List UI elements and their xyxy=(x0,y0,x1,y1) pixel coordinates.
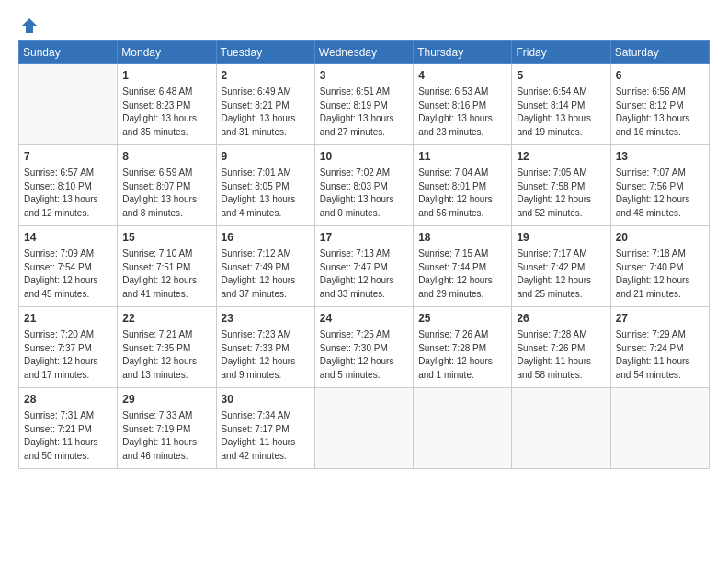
calendar-cell: 2Sunrise: 6:49 AMSunset: 8:21 PMDaylight… xyxy=(216,64,314,145)
cell-line: Sunset: 7:35 PM xyxy=(122,342,210,356)
cell-line: Sunrise: 6:53 AM xyxy=(418,86,506,99)
calendar-cell: 25Sunrise: 7:26 AMSunset: 7:28 PMDayligh… xyxy=(414,307,512,388)
day-number: 24 xyxy=(320,311,408,327)
calendar-cell xyxy=(414,388,512,469)
day-number: 12 xyxy=(517,149,605,165)
cell-line: Daylight: 12 hours xyxy=(24,355,112,369)
cell-line: Daylight: 11 hours xyxy=(122,436,210,450)
cell-line: Daylight: 13 hours xyxy=(222,112,310,126)
cell-line: Sunrise: 7:05 AM xyxy=(517,167,605,180)
cell-line: Sunrise: 6:54 AM xyxy=(517,86,605,99)
cell-line: and 52 minutes. xyxy=(517,207,605,221)
cell-line: Daylight: 13 hours xyxy=(418,112,506,126)
calendar-cell: 24Sunrise: 7:25 AMSunset: 7:30 PMDayligh… xyxy=(314,307,413,388)
cell-line: Daylight: 12 hours xyxy=(517,193,605,207)
cell-line: and 58 minutes. xyxy=(517,369,605,383)
day-number: 6 xyxy=(616,68,704,84)
cell-line: Sunrise: 7:04 AM xyxy=(418,167,506,180)
calendar-cell: 13Sunrise: 7:07 AMSunset: 7:56 PMDayligh… xyxy=(610,145,709,226)
cell-line: Sunrise: 7:29 AM xyxy=(616,328,704,342)
col-thursday: Thursday xyxy=(414,41,512,64)
cell-line: Daylight: 13 hours xyxy=(320,112,408,126)
day-number: 2 xyxy=(222,68,310,84)
calendar-cell: 4Sunrise: 6:53 AMSunset: 8:16 PMDaylight… xyxy=(414,64,512,145)
calendar-cell: 8Sunrise: 6:59 AMSunset: 8:07 PMDaylight… xyxy=(118,145,216,226)
svg-marker-0 xyxy=(22,18,37,33)
calendar-cell: 9Sunrise: 7:01 AMSunset: 8:05 PMDaylight… xyxy=(216,145,314,226)
cell-line: Daylight: 12 hours xyxy=(122,274,210,288)
day-number: 26 xyxy=(517,311,605,327)
calendar-cell: 26Sunrise: 7:28 AMSunset: 7:26 PMDayligh… xyxy=(512,307,610,388)
col-wednesday: Wednesday xyxy=(314,41,413,64)
day-number: 17 xyxy=(320,230,408,246)
cell-line: and 27 minutes. xyxy=(320,126,408,140)
cell-line: Sunset: 8:12 PM xyxy=(616,99,704,113)
cell-line: Daylight: 13 hours xyxy=(24,193,112,207)
day-number: 28 xyxy=(24,392,112,408)
cell-line: and 37 minutes. xyxy=(222,288,310,302)
cell-line: Sunrise: 7:10 AM xyxy=(122,247,210,261)
cell-line: and 1 minute. xyxy=(418,369,506,383)
cell-line: Daylight: 12 hours xyxy=(517,274,605,288)
cell-line: Sunset: 8:07 PM xyxy=(122,180,210,194)
day-number: 1 xyxy=(122,68,210,84)
cell-line: Sunrise: 7:21 AM xyxy=(122,328,210,342)
calendar-cell: 21Sunrise: 7:20 AMSunset: 7:37 PMDayligh… xyxy=(19,307,118,388)
day-number: 21 xyxy=(24,311,112,327)
cell-line: Daylight: 12 hours xyxy=(616,274,704,288)
week-row-2: 7Sunrise: 6:57 AMSunset: 8:10 PMDaylight… xyxy=(19,145,710,226)
cell-line: Sunset: 8:03 PM xyxy=(320,180,408,194)
calendar-header: Sunday Monday Tuesday Wednesday Thursday… xyxy=(19,41,710,64)
calendar-table: Sunday Monday Tuesday Wednesday Thursday… xyxy=(18,40,710,469)
cell-line: Sunset: 7:37 PM xyxy=(24,342,112,356)
cell-line: Sunrise: 6:59 AM xyxy=(122,167,210,180)
header-row: Sunday Monday Tuesday Wednesday Thursday… xyxy=(19,41,710,64)
cell-line: and 8 minutes. xyxy=(122,207,210,221)
cell-line: Daylight: 13 hours xyxy=(122,112,210,126)
day-number: 14 xyxy=(24,230,112,246)
cell-line: Daylight: 12 hours xyxy=(320,355,408,369)
cell-line: Sunset: 7:44 PM xyxy=(418,261,506,275)
cell-line: Daylight: 11 hours xyxy=(616,355,704,369)
cell-line: and 17 minutes. xyxy=(24,369,112,383)
col-friday: Friday xyxy=(512,41,610,64)
cell-line: Daylight: 12 hours xyxy=(616,193,704,207)
header xyxy=(18,17,710,31)
cell-line: Sunrise: 7:13 AM xyxy=(320,247,408,261)
cell-line: Daylight: 12 hours xyxy=(122,355,210,369)
cell-line: Sunset: 8:10 PM xyxy=(24,180,112,194)
calendar-cell: 22Sunrise: 7:21 AMSunset: 7:35 PMDayligh… xyxy=(118,307,216,388)
day-number: 27 xyxy=(616,311,704,327)
calendar-cell: 30Sunrise: 7:34 AMSunset: 7:17 PMDayligh… xyxy=(216,388,314,469)
cell-line: Sunset: 8:05 PM xyxy=(222,180,310,194)
day-number: 10 xyxy=(320,149,408,165)
cell-line: and 25 minutes. xyxy=(517,288,605,302)
cell-line: Daylight: 12 hours xyxy=(222,355,310,369)
day-number: 8 xyxy=(122,149,210,165)
cell-line: and 19 minutes. xyxy=(517,126,605,140)
week-row-1: 1Sunrise: 6:48 AMSunset: 8:23 PMDaylight… xyxy=(19,64,710,145)
cell-line: and 41 minutes. xyxy=(122,288,210,302)
cell-line: Daylight: 13 hours xyxy=(616,112,704,126)
day-number: 5 xyxy=(517,68,605,84)
calendar-cell: 17Sunrise: 7:13 AMSunset: 7:47 PMDayligh… xyxy=(314,226,413,307)
cell-line: and 9 minutes. xyxy=(222,369,310,383)
cell-line: Sunrise: 7:09 AM xyxy=(24,247,112,261)
calendar-cell: 29Sunrise: 7:33 AMSunset: 7:19 PMDayligh… xyxy=(118,388,216,469)
day-number: 4 xyxy=(418,68,506,84)
calendar-cell: 7Sunrise: 6:57 AMSunset: 8:10 PMDaylight… xyxy=(19,145,118,226)
calendar-cell: 15Sunrise: 7:10 AMSunset: 7:51 PMDayligh… xyxy=(118,226,216,307)
day-number: 15 xyxy=(122,230,210,246)
cell-line: Sunrise: 6:56 AM xyxy=(616,86,704,99)
cell-line: Sunset: 7:56 PM xyxy=(616,180,704,194)
cell-line: Sunrise: 7:31 AM xyxy=(24,409,112,423)
calendar-cell: 11Sunrise: 7:04 AMSunset: 8:01 PMDayligh… xyxy=(414,145,512,226)
calendar-cell: 1Sunrise: 6:48 AMSunset: 8:23 PMDaylight… xyxy=(118,64,216,145)
cell-line: Sunrise: 7:02 AM xyxy=(320,167,408,180)
cell-line: and 56 minutes. xyxy=(418,207,506,221)
cell-line: Daylight: 11 hours xyxy=(222,436,310,450)
day-number: 7 xyxy=(24,149,112,165)
cell-line: and 35 minutes. xyxy=(122,126,210,140)
cell-line: Sunset: 8:16 PM xyxy=(418,99,506,113)
cell-line: and 33 minutes. xyxy=(320,288,408,302)
